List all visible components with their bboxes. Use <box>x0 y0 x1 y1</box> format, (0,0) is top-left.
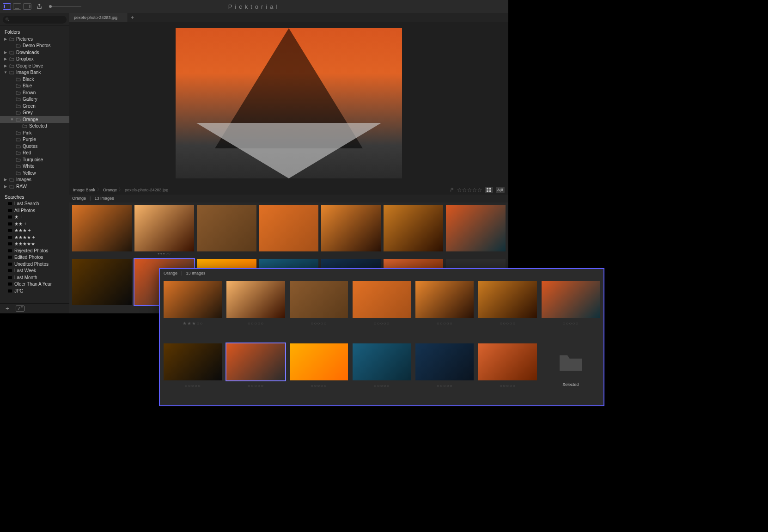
image-thumb[interactable]: ○○○○○ <box>164 343 222 401</box>
disclosure-triangle[interactable] <box>4 64 7 68</box>
folder-item-white[interactable]: White <box>0 163 69 170</box>
new-tab-button[interactable]: + <box>128 13 137 22</box>
star-1[interactable] <box>457 188 462 192</box>
search-item[interactable]: ★★★★★ <box>0 241 69 248</box>
folder-item-downloads[interactable]: Downloads <box>0 49 69 56</box>
folder-item-green[interactable]: Green <box>0 103 69 110</box>
search-item[interactable]: ★★ + <box>0 220 69 227</box>
folder-item-black[interactable]: Black <box>0 76 69 83</box>
folder-item-yellow[interactable]: Yellow <box>0 170 69 177</box>
subfolder-thumb[interactable]: Selected <box>542 343 600 401</box>
folder-item-image-bank[interactable]: Image Bank <box>0 69 69 76</box>
search-item[interactable]: ★★★★ + <box>0 234 69 241</box>
disclosure-triangle[interactable] <box>4 70 7 74</box>
image-thumb[interactable] <box>72 259 132 310</box>
crumb-1[interactable]: Orange <box>103 188 117 192</box>
grid-mode-button[interactable] <box>485 187 493 193</box>
disclosure-triangle[interactable] <box>4 37 7 41</box>
rating-dots: ●●●○○ <box>134 251 194 256</box>
image-thumb[interactable]: ★★★○○ <box>164 281 222 339</box>
float-thumbnail-grid[interactable]: ★★★○○○○○○○○○○○○○○○○○○○○○○○○○○○○○○○○○○○○○… <box>160 277 603 405</box>
search-item[interactable]: Edited Photos <box>0 254 69 261</box>
right-panel-toggle[interactable] <box>23 3 31 10</box>
folder-item-turquoise[interactable]: Turquoise <box>0 156 69 163</box>
image-thumb[interactable]: ○○○○○ <box>415 343 474 401</box>
left-panel-toggle[interactable] <box>3 3 11 10</box>
app-title: Picktorial <box>228 3 280 10</box>
search-item[interactable]: JPG <box>0 287 69 294</box>
image-thumb[interactable]: ○○○○○ <box>226 281 285 339</box>
folder-label: Selected <box>29 123 47 128</box>
star-4[interactable] <box>472 188 477 192</box>
disclosure-triangle[interactable] <box>4 50 7 55</box>
search-item[interactable]: ★★★ + <box>0 227 69 234</box>
folder-item-raw[interactable]: RAW <box>0 183 69 190</box>
image-thumb[interactable]: ○○○○○ <box>478 281 536 339</box>
disclosure-triangle[interactable] <box>10 117 14 122</box>
star-3[interactable] <box>467 188 472 192</box>
search-item[interactable]: ★ + <box>0 214 69 221</box>
search-item[interactable]: Older Than A Year <box>0 281 69 288</box>
image-thumb[interactable] <box>321 205 381 256</box>
search-item[interactable]: Last Month <box>0 274 69 281</box>
star-5[interactable] <box>477 188 482 192</box>
image-thumb[interactable]: ●●●○○ <box>134 205 194 256</box>
search-item[interactable]: Last Search <box>0 201 69 208</box>
tag-button[interactable]: ✓˅ <box>16 306 24 312</box>
search-input[interactable] <box>3 16 67 24</box>
add-button[interactable]: + <box>6 305 9 312</box>
image-thumb[interactable]: ○○○○○ <box>415 281 474 339</box>
disclosure-triangle[interactable] <box>4 57 7 61</box>
folder-item-purple[interactable]: Purple <box>0 136 69 143</box>
image-thumb[interactable]: ○○○○○ <box>226 343 285 401</box>
zoom-slider[interactable] <box>49 6 81 7</box>
rating-dots <box>197 251 256 256</box>
star-2[interactable] <box>462 188 467 192</box>
folder-item-images[interactable]: Images <box>0 177 69 183</box>
crumb-0[interactable]: Image Bank <box>73 188 95 192</box>
search-item[interactable]: Unedited Photos <box>0 261 69 268</box>
folder-item-blue[interactable]: Blue <box>0 83 69 90</box>
bottom-panel-toggle[interactable] <box>13 3 21 10</box>
image-thumb[interactable]: ○○○○○ <box>542 281 600 339</box>
share-icon[interactable] <box>36 3 43 10</box>
image-thumb[interactable] <box>446 205 506 256</box>
compare-mode-button[interactable]: A|B <box>496 187 505 193</box>
folder-item-dropbox[interactable]: Dropbox <box>0 56 69 63</box>
sidebar-scroll[interactable]: Folders PicturesDemo PhotosDownloadsDrop… <box>0 26 69 303</box>
float-count-label: 13 Images <box>186 271 205 275</box>
folder-item-demo-photos[interactable]: Demo Photos <box>0 43 69 49</box>
folder-item-grey[interactable]: Grey <box>0 110 69 116</box>
image-thumb[interactable] <box>197 205 256 256</box>
folder-item-orange[interactable]: Orange <box>0 116 69 123</box>
folder-item-google-drive[interactable]: Google Drive <box>0 62 69 69</box>
folder-icon <box>9 64 14 68</box>
folder-item-gallery[interactable]: Gallery <box>0 96 69 103</box>
rating-dots <box>72 305 132 310</box>
folder-icon <box>9 177 14 182</box>
folder-item-pictures[interactable]: Pictures <box>0 36 69 43</box>
folder-item-quotes[interactable]: Quotes <box>0 143 69 150</box>
flag-icon[interactable] <box>450 188 455 192</box>
tab-bar: pexels-photo-24283.jpg + <box>69 13 508 22</box>
image-thumb[interactable]: ○○○○○ <box>478 343 536 401</box>
folder-item-pink[interactable]: Pink <box>0 129 69 136</box>
folder-item-selected[interactable]: Selected <box>0 123 69 130</box>
folder-item-brown[interactable]: Brown <box>0 89 69 96</box>
image-thumb[interactable]: ○○○○○ <box>353 343 411 401</box>
image-thumb[interactable]: ○○○○○ <box>353 281 411 339</box>
search-item[interactable]: Rejected Photos <box>0 247 69 254</box>
image-tab[interactable]: pexels-photo-24283.jpg <box>69 13 128 22</box>
image-thumb[interactable] <box>259 205 319 256</box>
preview-area[interactable] <box>69 22 508 185</box>
floating-browser[interactable]: Orange | 13 Images ★★★○○○○○○○○○○○○○○○○○○… <box>160 269 603 405</box>
image-thumb[interactable]: ○○○○○ <box>290 281 348 339</box>
folder-item-red[interactable]: Red <box>0 150 69 157</box>
search-item[interactable]: Last Week <box>0 268 69 275</box>
search-item[interactable]: All Photos <box>0 207 69 214</box>
image-thumb[interactable] <box>72 205 132 256</box>
disclosure-triangle[interactable] <box>4 184 7 189</box>
image-thumb[interactable]: ○○○○○ <box>290 343 348 401</box>
image-thumb[interactable] <box>384 205 443 256</box>
disclosure-triangle[interactable] <box>4 177 7 182</box>
